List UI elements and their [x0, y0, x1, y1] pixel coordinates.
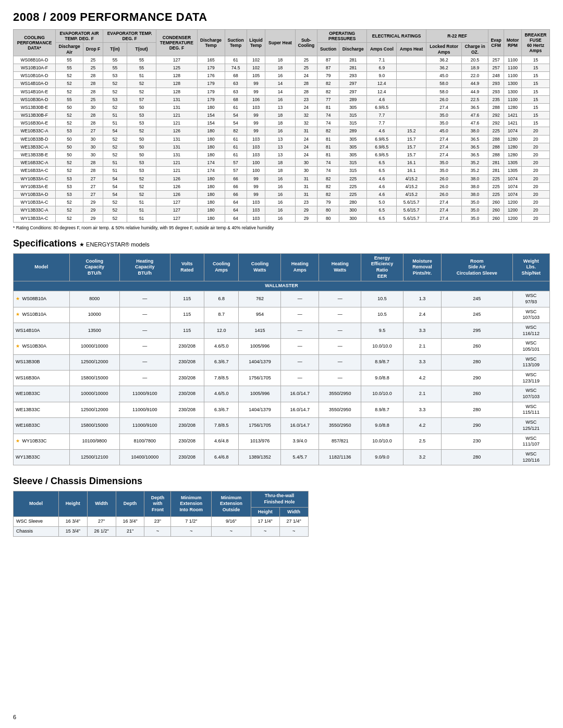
perf-cell: 51 — [103, 159, 127, 167]
spec-cell-coolingWatts: 762 — [239, 291, 281, 307]
perf-cell: 6.5 — [367, 159, 397, 167]
page-number: 6 — [13, 714, 16, 720]
spec-cell-roomAir: 245 — [442, 307, 513, 323]
col-header-evap-cfm: EvapCFM — [488, 30, 504, 56]
sleeve-col-ext-room: MinimumExtensionInto Room — [171, 491, 212, 517]
spec-col-moisture: MoistureRemovalPints/Hr. — [403, 253, 442, 281]
perf-cell: 54 — [225, 119, 247, 127]
perf-cell: 58.0 — [426, 88, 462, 95]
perf-cell: 66 — [225, 190, 247, 198]
perf-cell: 4.6 — [367, 175, 397, 182]
perf-cell: 180 — [197, 151, 225, 159]
spec-cell-heatingWatts: 857/821 — [319, 434, 361, 449]
spec-cell-roomAir: 230 — [442, 434, 513, 449]
spec-cell-volts: 230/208 — [170, 418, 204, 434]
perf-cell: 55 — [127, 56, 156, 64]
perf-cell: 64 — [225, 206, 247, 214]
perf-cell: 315 — [339, 119, 367, 127]
perf-cell: 176 — [197, 72, 225, 80]
perf-cell: 1280 — [504, 135, 522, 143]
perf-cell: 225 — [488, 190, 504, 198]
spec-cell-roomAir: 280 — [442, 354, 513, 370]
spec-cell-coolingCap: 15800/15000 — [69, 418, 120, 434]
perf-cell: 99 — [247, 80, 265, 88]
perf-cell: 1200 — [504, 214, 522, 222]
perf-cell: 50 — [127, 135, 156, 143]
perf-cell: 52 — [103, 214, 127, 222]
perf-cell: 16 — [265, 95, 295, 103]
perf-cell: 18 — [265, 167, 295, 175]
perf-cell: 68 — [225, 72, 247, 80]
perf-cell: 52 — [103, 135, 127, 143]
perf-cell: 30 — [83, 143, 103, 151]
perf-cell: 293 — [339, 72, 367, 80]
perf-cell: 128 — [156, 80, 197, 88]
spec-cell-coolingWatts: 1756/1705 — [239, 418, 281, 434]
perf-cell: 15 — [521, 56, 549, 64]
perf-cell: 38.0 — [462, 175, 488, 182]
sleeve-cell-width: 26 1/2" — [87, 527, 116, 537]
perf-cell: 179 — [197, 88, 225, 95]
perf-cell: WY10B33A-C — [14, 199, 56, 206]
col-header-discharge-air: DischargeAir — [56, 43, 83, 56]
perf-cell: 47.6 — [462, 112, 488, 119]
perf-cell: 35.0 — [426, 167, 462, 175]
perf-cell: 36.5 — [462, 151, 488, 159]
spec-cell-heatingAmps: — — [281, 323, 319, 338]
perf-cell: 61 — [225, 143, 247, 151]
spec-cell-moisture: 3.3 — [403, 323, 442, 338]
perf-cell: 52 — [56, 159, 83, 167]
perf-cell: 26.0 — [426, 175, 462, 182]
perf-cell: 82 — [317, 127, 339, 135]
perf-cell — [397, 112, 426, 119]
perf-cell: 288 — [488, 151, 504, 159]
spec-sleeve-weight-cell: WSC123/119 — [512, 371, 549, 386]
perf-cell: 55 — [56, 64, 83, 71]
perf-cell: 99 — [247, 112, 265, 119]
perf-cell: 127 — [156, 206, 197, 214]
perf-cell: WS13B30B-F — [14, 112, 56, 119]
perf-cell: 35.0 — [426, 112, 462, 119]
perf-cell: 25 — [295, 64, 317, 71]
perf-cell: 106 — [247, 95, 265, 103]
perf-cell: 52 — [56, 88, 83, 95]
perf-cell: 28 — [83, 88, 103, 95]
perf-cell: 52 — [103, 103, 127, 111]
perf-cell: 20 — [521, 182, 549, 190]
perf-cell: 15.7 — [397, 135, 426, 143]
spec-sleeve-weight-cell: WSC111/107 — [512, 434, 549, 449]
perf-cell: 180 — [197, 143, 225, 151]
spec-model-cell: WY13B33C — [14, 449, 70, 465]
perf-cell: 180 — [197, 175, 225, 182]
perf-cell: 44.9 — [462, 80, 488, 88]
perf-cell: 22.5 — [462, 95, 488, 103]
perf-cell: 16 — [265, 190, 295, 198]
col-header-evap-temp: EVAPORATOR TEMP.DEG. F — [103, 30, 156, 43]
perf-cell: 1280 — [504, 143, 522, 151]
perf-cell: 55 — [56, 95, 83, 103]
spec-cell-heatingCap: — — [120, 291, 170, 307]
spec-cell-volts: 230/208 — [170, 354, 204, 370]
perf-cell: 6.9/6.5 — [367, 135, 397, 143]
col-header-elec: ELECTRICAL RATINGS — [367, 30, 426, 43]
spec-cell-heatingWatts: — — [319, 371, 361, 386]
spec-cell-coolingWatts: 1013/976 — [239, 434, 281, 449]
perf-cell: 5.0 — [367, 199, 397, 206]
spec-model-cell: ★ WS08B10A — [14, 291, 70, 307]
perf-cell: WE16B33A-C — [14, 167, 56, 175]
perf-cell: 154 — [197, 119, 225, 127]
perf-cell: 50 — [56, 103, 83, 111]
perf-cell: 235 — [488, 95, 504, 103]
sleeve-cell-minExtOutside: ~ — [212, 527, 251, 537]
perf-cell: 20 — [521, 175, 549, 182]
perf-cell: 54 — [103, 175, 127, 182]
perf-cell: 18 — [265, 64, 295, 71]
perf-cell: 180 — [197, 135, 225, 143]
perf-cell: 20.5 — [462, 56, 488, 64]
sleeve-cell-minExtRoom: ~ — [171, 527, 212, 537]
perf-cell: 24 — [295, 135, 317, 143]
perf-cell: WE10B33B-D — [14, 135, 56, 143]
perf-cell: 180 — [197, 206, 225, 214]
perf-cell: 63 — [225, 88, 247, 95]
col-header-condenser: CONDENSERTEMPERATUREDEG. F — [156, 30, 197, 56]
